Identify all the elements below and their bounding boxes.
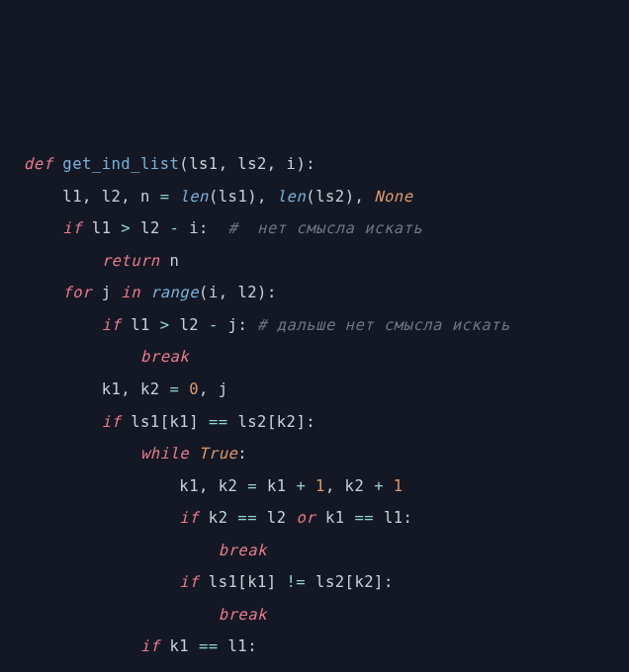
comma: , — [325, 477, 335, 495]
colon: : — [199, 219, 209, 237]
kw-if: if — [102, 413, 122, 431]
var: l1 — [131, 316, 150, 334]
comma: , — [219, 155, 228, 173]
number: 1 — [394, 477, 404, 495]
var: k1 — [325, 509, 345, 527]
var: k1 — [267, 477, 287, 495]
comma: , — [219, 284, 228, 301]
var: k1 — [170, 413, 190, 431]
var: k2 — [209, 509, 228, 527]
var: l2 — [102, 188, 122, 206]
kw-if: if — [102, 316, 122, 334]
var: l2 — [237, 284, 257, 301]
code-block: def get_ind_list(ls1, ls2, i): l1, l2, n… — [24, 148, 605, 672]
colon: : — [237, 316, 247, 334]
var: n — [140, 188, 150, 206]
paren: ( — [179, 155, 189, 173]
var: j — [219, 380, 228, 398]
var: k1 — [170, 637, 190, 655]
var: i — [189, 219, 199, 237]
var: j — [102, 284, 112, 301]
op: - — [170, 219, 180, 237]
var: l1 — [92, 219, 112, 237]
builtin-len: len — [179, 188, 209, 206]
var: ls2 — [315, 573, 345, 591]
param: ls1 — [189, 155, 219, 173]
builtin-len: len — [277, 188, 307, 206]
kw-return: return — [102, 252, 160, 270]
var: k2 — [345, 477, 365, 495]
param: i — [287, 155, 297, 173]
op: == — [237, 509, 257, 527]
var: k1 — [179, 477, 199, 495]
op: == — [199, 637, 219, 655]
bracket: [ — [160, 413, 170, 431]
param: ls2 — [237, 155, 267, 173]
colon: : — [404, 509, 413, 527]
kw-or: or — [296, 509, 315, 527]
var: k2 — [219, 477, 238, 495]
comma: , — [121, 380, 131, 398]
bracket: [ — [267, 413, 277, 431]
colon: : — [237, 445, 247, 462]
bracket: ]: — [374, 573, 394, 591]
var: k2 — [354, 573, 374, 591]
op: = — [170, 380, 180, 398]
bracket: ]: — [296, 413, 315, 431]
colon: : — [247, 637, 257, 655]
kw-if: if — [62, 219, 82, 237]
kw-break: break — [219, 606, 267, 624]
bracket: ] — [267, 573, 277, 591]
op: == — [354, 509, 374, 527]
const-true: True — [199, 445, 237, 462]
kw-if: if — [140, 637, 160, 655]
var: ls1 — [209, 573, 238, 591]
paren: ): — [296, 155, 315, 173]
const-none: None — [374, 188, 412, 206]
comma: , — [199, 380, 209, 398]
kw-if: if — [179, 573, 199, 591]
comma: , — [82, 188, 92, 206]
comment: # дальше нет смысла искать — [257, 316, 510, 334]
var: n — [170, 252, 180, 270]
op: == — [209, 413, 228, 431]
bracket: [ — [345, 573, 355, 591]
paren: ): — [257, 284, 277, 301]
comment: # нет смысла искать — [228, 219, 423, 237]
var: k1 — [247, 573, 267, 591]
op: - — [209, 316, 219, 334]
var: ls1 — [131, 413, 160, 431]
paren: ( — [306, 188, 315, 206]
builtin-range: range — [150, 284, 199, 301]
var: l1 — [384, 509, 404, 527]
kw-in: in — [121, 284, 140, 301]
var: l2 — [179, 316, 199, 334]
var: ls2 — [315, 188, 345, 206]
number: 1 — [315, 477, 325, 495]
kw-break: break — [140, 348, 189, 366]
var: l1 — [62, 188, 82, 206]
var: k1 — [102, 380, 122, 398]
var: l2 — [267, 509, 287, 527]
kw-def: def — [24, 155, 53, 173]
kw-break: break — [219, 542, 267, 559]
kw-if: if — [179, 509, 199, 527]
paren: ), — [247, 188, 267, 206]
op: + — [296, 477, 306, 495]
comma: , — [199, 477, 209, 495]
var: i — [209, 284, 219, 301]
op: > — [160, 316, 170, 334]
comma: , — [267, 155, 277, 173]
paren: ), — [345, 188, 365, 206]
var: j — [228, 316, 238, 334]
var: k2 — [140, 380, 160, 398]
op: + — [374, 477, 384, 495]
comma: , — [121, 188, 131, 206]
paren: ( — [199, 284, 209, 301]
kw-while: while — [140, 445, 189, 462]
bracket: [ — [237, 573, 247, 591]
number: 0 — [189, 380, 199, 398]
op: = — [247, 477, 257, 495]
paren: ( — [209, 188, 219, 206]
op: > — [121, 219, 131, 237]
